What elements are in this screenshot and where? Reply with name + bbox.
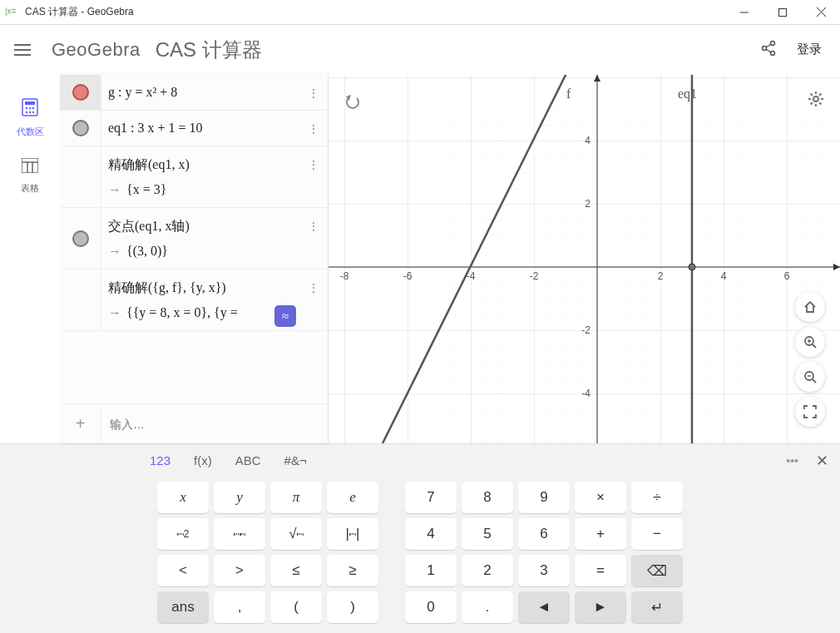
key-comma[interactable]: , [214, 591, 265, 623]
cas-visibility-toggle[interactable] [60, 146, 101, 207]
svg-text:2: 2 [585, 198, 590, 210]
key-pi[interactable]: π [270, 482, 322, 513]
app-icon: |x= [5, 7, 22, 18]
cas-more-icon[interactable]: ⋮ [299, 111, 328, 146]
share-button[interactable] [760, 40, 777, 59]
menu-button[interactable] [10, 37, 35, 62]
main-area: 代数区 表格 g : y = x² + 8 ⋮ eq1 : 3 x + 1 = … [0, 75, 840, 443]
key-4[interactable]: 4 [405, 518, 457, 550]
key-2[interactable]: 2 [462, 555, 513, 586]
nav-table[interactable]: 表格 [21, 158, 39, 195]
table-icon [22, 158, 38, 177]
window-title: CAS 计算器 - GeoGebra [25, 5, 134, 19]
kb-tab-123[interactable]: 123 [150, 453, 170, 467]
fullscreen-button[interactable] [795, 397, 825, 427]
key-3[interactable]: 3 [518, 555, 570, 586]
key-equals[interactable]: = [575, 555, 626, 586]
cas-more-icon[interactable]: ⋮ [299, 270, 328, 330]
cas-visibility-toggle[interactable] [60, 270, 101, 330]
login-link[interactable]: 登录 [797, 42, 822, 57]
key-5[interactable]: 5 [462, 518, 513, 550]
key-lt[interactable]: < [157, 555, 209, 586]
key-rparen[interactable]: ) [327, 591, 378, 623]
result-arrow-icon: → [108, 182, 121, 197]
cas-more-icon[interactable]: ⋮ [299, 208, 328, 269]
key-enter[interactable]: ↵ [631, 591, 683, 623]
kb-close-button[interactable]: ✕ [816, 452, 828, 470]
key-1[interactable]: 1 [405, 555, 457, 586]
kb-tab-abc[interactable]: ABC [235, 453, 261, 467]
graph-label-f[interactable]: f [566, 87, 571, 101]
graph-view[interactable]: -8 -6 -4 -2 2 4 6 -4 -2 2 4 f eq1 [329, 75, 840, 443]
cas-more-icon[interactable]: ⋮ [299, 75, 328, 110]
key-multiply[interactable]: × [575, 482, 626, 513]
svg-text:-4: -4 [581, 388, 590, 399]
cas-result: {(3, 0)} [126, 244, 168, 258]
key-8[interactable]: 8 [462, 482, 513, 513]
svg-line-49 [811, 102, 813, 104]
cas-row[interactable]: eq1 : 3 x + 1 = 10 ⋮ [60, 111, 328, 146]
cas-expression[interactable]: g : y = x² + 8 [101, 75, 299, 110]
svg-text:2: 2 [658, 270, 664, 282]
key-e[interactable]: e [327, 482, 378, 513]
maximize-button[interactable] [763, 0, 802, 25]
zoom-in-button[interactable] [795, 327, 825, 357]
key-lparen[interactable]: ( [270, 591, 322, 623]
intersection-point[interactable] [689, 264, 695, 270]
key-9[interactable]: 9 [518, 482, 570, 513]
cas-row[interactable]: 精确解({g, f}, {y, x}) →{{y = 8, x = 0}, {y… [60, 270, 328, 331]
key-7[interactable]: 7 [405, 482, 457, 513]
kb-tab-sym[interactable]: #&¬ [284, 453, 307, 467]
cas-row[interactable]: 精确解(eq1, x) →{x = 3} ⋮ [60, 146, 328, 208]
key-gt[interactable]: > [214, 555, 265, 586]
key-x[interactable]: x [157, 482, 209, 513]
key-power[interactable] [214, 518, 265, 550]
key-right[interactable]: ► [575, 591, 626, 623]
key-0[interactable]: 0 [405, 591, 457, 623]
color-dot-icon [72, 84, 89, 101]
graph-canvas[interactable]: -8 -6 -4 -2 2 4 6 -4 -2 2 4 [329, 75, 840, 443]
add-row-button[interactable]: + [60, 404, 101, 443]
key-backspace[interactable]: ⌫ [631, 555, 683, 586]
cas-row[interactable]: 交点(eq1, x轴) →{(3, 0)} ⋮ [60, 208, 328, 270]
cas-expression[interactable]: 精确解(eq1, x) [108, 156, 293, 174]
key-y[interactable]: y [214, 482, 265, 513]
key-ge[interactable]: ≥ [327, 555, 378, 586]
cas-input[interactable] [101, 418, 328, 431]
svg-text:4: 4 [585, 135, 590, 146]
key-sqrt[interactable]: √ [270, 518, 322, 550]
graph-settings-button[interactable] [807, 90, 825, 111]
cas-visibility-toggle[interactable] [60, 75, 101, 110]
key-dot[interactable]: . [462, 591, 513, 623]
key-6[interactable]: 6 [518, 518, 570, 550]
kb-tab-fx[interactable]: f(x) [194, 453, 212, 467]
color-dot-icon [72, 120, 89, 136]
nav-algebra[interactable]: 代数区 [17, 98, 44, 138]
key-left[interactable]: ◄ [518, 591, 570, 623]
svg-text:4: 4 [721, 270, 727, 282]
key-divide[interactable]: ÷ [631, 482, 683, 513]
graph-label-eq1[interactable]: eq1 [678, 87, 697, 101]
key-le[interactable]: ≤ [270, 555, 322, 586]
cas-expression[interactable]: eq1 : 3 x + 1 = 10 [101, 111, 299, 146]
key-minus[interactable]: − [631, 518, 683, 550]
cas-expression[interactable]: 精确解({g, f}, {y, x}) [108, 279, 293, 297]
minimize-button[interactable] [725, 0, 763, 25]
kb-more-button[interactable]: ••• [786, 454, 798, 467]
key-square[interactable]: 2 [157, 518, 209, 550]
home-button[interactable] [795, 292, 825, 322]
key-ans[interactable]: ans [157, 591, 209, 623]
svg-point-9 [771, 52, 775, 56]
cas-visibility-toggle[interactable] [60, 111, 101, 146]
zoom-out-button[interactable] [795, 362, 825, 392]
approximate-button[interactable]: ≈ [274, 305, 296, 327]
undo-button[interactable] [340, 90, 365, 115]
key-plus[interactable]: + [575, 518, 626, 550]
cas-more-icon[interactable]: ⋮ [299, 146, 328, 207]
close-button[interactable] [802, 0, 840, 25]
cas-row[interactable]: g : y = x² + 8 ⋮ [60, 75, 328, 111]
cas-expression[interactable]: 交点(eq1, x轴) [108, 218, 293, 235]
cas-visibility-toggle[interactable] [60, 208, 101, 269]
key-abs[interactable]: | | [327, 518, 378, 550]
logo: GeoGebra [52, 39, 141, 61]
